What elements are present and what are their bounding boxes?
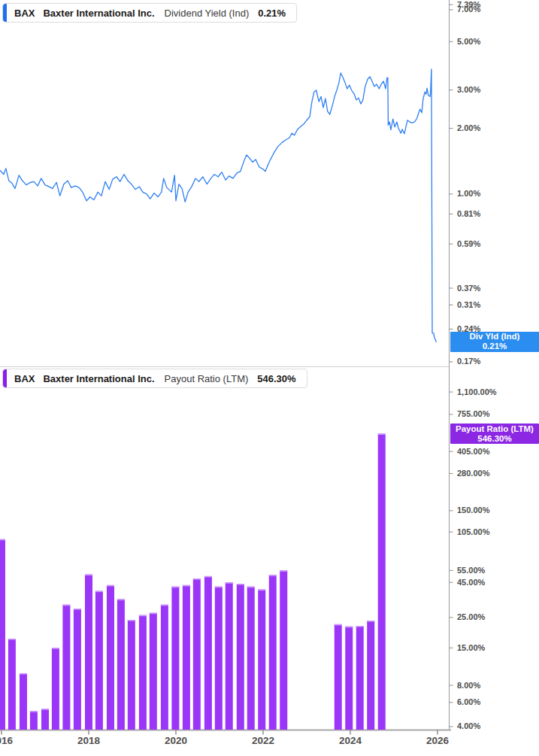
y-axis-tick-label: 280.00%: [457, 469, 489, 478]
y-axis-tick-label: 0.17%: [457, 357, 480, 366]
payout-ratio-bar[interactable]: [117, 599, 125, 730]
payout-ratio-bar-cap: [8, 639, 16, 640]
x-axis-year-label: 2026: [421, 735, 454, 746]
payout-ratio-bar[interactable]: [41, 709, 49, 730]
ticker-symbol: BAX: [14, 373, 35, 384]
y-axis-tick-label: 3.00%: [457, 85, 480, 94]
payout-ratio-bar[interactable]: [204, 576, 212, 730]
payout-ratio-bar-cap: [367, 621, 374, 622]
payout-ratio-bar-cap: [226, 582, 233, 584]
y-axis-tick-label: 15.00%: [457, 643, 485, 652]
x-axis-year-label: 2020: [159, 735, 192, 746]
payout-ratio-bar-cap: [161, 605, 168, 606]
payout-ratio-bar[interactable]: [193, 578, 201, 730]
y-axis-tick-label: 4.00%: [457, 721, 480, 730]
payout-ratio-bar-cap: [41, 709, 49, 710]
payout-ratio-bar[interactable]: [150, 613, 157, 730]
payout-ratio-bar[interactable]: [258, 590, 265, 730]
payout-ratio-bar[interactable]: [280, 570, 287, 730]
payout-ratio-bar-cap: [258, 590, 265, 591]
last-value-badge-payout-ratio: Payout Ratio (LTM) 546.30%: [450, 424, 539, 444]
payout-ratio-bar-cap: [356, 626, 364, 627]
payout-ratio-bar[interactable]: [367, 621, 374, 730]
y-axis-tick-label: 2.00%: [457, 123, 480, 132]
payout-ratio-bar[interactable]: [237, 584, 244, 730]
payout-ratio-bar[interactable]: [128, 620, 135, 730]
payout-ratio-bar-cap: [52, 648, 59, 649]
payout-ratio-bar-cap: [30, 711, 38, 712]
payout-ratio-bar-cap: [204, 576, 212, 578]
y-axis-tick-label: 8.00%: [457, 681, 480, 690]
payout-ratio-bar[interactable]: [247, 587, 255, 730]
payout-ratio-bar-cap: [269, 575, 277, 576]
y-axis-tick-label: 0.59%: [457, 239, 480, 248]
y-axis-tick-label: 45.00%: [457, 578, 485, 587]
x-axis-year-label: 2024: [334, 735, 367, 746]
payout-ratio-bar-cap: [183, 585, 190, 587]
payout-ratio-bar[interactable]: [8, 639, 16, 730]
payout-ratio-bar-cap: [20, 673, 27, 675]
badge-value: 546.30%: [477, 434, 511, 444]
payout-ratio-bar-cap: [117, 599, 125, 600]
payout-ratio-bar[interactable]: [161, 605, 168, 730]
badge-value: 0.21%: [483, 342, 507, 351]
payout-ratio-bar[interactable]: [378, 434, 386, 730]
y-axis-tick-label: 7.00%: [457, 5, 480, 14]
payout-ratio-bar[interactable]: [30, 711, 38, 730]
payout-ratio-bar[interactable]: [226, 582, 233, 730]
payout-ratio-bar[interactable]: [0, 539, 5, 730]
payout-ratio-bar[interactable]: [107, 585, 114, 730]
dividend-yield-line[interactable]: [0, 69, 436, 342]
payout-ratio-bar[interactable]: [183, 585, 190, 730]
y-axis-tick-label: 150.00%: [457, 506, 489, 515]
company-name: Baxter International Inc.: [43, 373, 154, 384]
payout-ratio-bar-cap: [237, 584, 244, 585]
y-axis-tick-label: 55.00%: [457, 566, 485, 575]
payout-ratio-bar[interactable]: [20, 673, 27, 730]
payout-ratio-bar-cap: [345, 627, 353, 628]
badge-label: Div Yld (Ind): [470, 332, 520, 342]
y-axis-tick-label: 0.37%: [457, 284, 480, 293]
payout-ratio-bar-cap: [171, 587, 179, 588]
metric-name: Dividend Yield (Ind): [165, 8, 250, 19]
y-axis-tick-label: 1.00%: [457, 189, 480, 198]
payout-ratio-bar[interactable]: [215, 587, 223, 730]
payout-ratio-bar[interactable]: [95, 591, 103, 730]
y-axis-tick-label: 105.00%: [457, 527, 489, 536]
payout-ratio-bar[interactable]: [74, 609, 81, 730]
badge-label: Payout Ratio (LTM): [456, 424, 534, 434]
payout-ratio-bar[interactable]: [62, 605, 70, 730]
blue-accent-bar: [3, 4, 7, 22]
payout-ratio-bar[interactable]: [356, 626, 364, 730]
y-axis-tick-label: 25.00%: [457, 612, 485, 621]
payout-ratio-bar-cap: [85, 575, 92, 576]
payout-ratio-bar-cap: [74, 609, 81, 610]
x-axis-year-label: 2022: [247, 735, 280, 746]
payout-ratio-bar[interactable]: [171, 587, 179, 730]
y-axis-tick-label: 405.00%: [457, 447, 489, 456]
series-header-payout-ratio[interactable]: BAX Baxter International Inc. Payout Rat…: [2, 369, 307, 388]
x-axis-year-label: 2016: [0, 735, 18, 746]
payout-ratio-bar-cap: [107, 585, 114, 587]
payout-ratio-bar-cap: [150, 613, 157, 615]
payout-ratio-bar[interactable]: [85, 575, 92, 730]
payout-ratio-bar[interactable]: [52, 648, 59, 730]
payout-ratio-bar[interactable]: [345, 627, 353, 730]
y-axis-tick-label: 6.00%: [457, 697, 480, 706]
metric-value: 0.21%: [258, 8, 286, 19]
metric-value: 546.30%: [257, 373, 295, 384]
metric-name: Payout Ratio (LTM): [165, 373, 249, 384]
purple-accent-bar: [3, 369, 7, 387]
payout-ratio-bar-cap: [62, 605, 70, 606]
payout-ratio-bar-cap: [0, 539, 5, 541]
x-axis-year-label: 2018: [72, 735, 105, 746]
payout-ratio-bar[interactable]: [139, 615, 147, 730]
series-header-dividend-yield[interactable]: BAX Baxter International Inc. Dividend Y…: [2, 3, 297, 23]
payout-ratio-bar-cap: [128, 620, 135, 621]
stock-metric-charts: BAX Baxter International Inc. Dividend Y…: [0, 0, 539, 756]
payout-ratio-bar-cap: [378, 434, 386, 436]
payout-ratio-bar-cap: [335, 624, 342, 626]
payout-ratio-bar-cap: [95, 591, 103, 593]
payout-ratio-bar[interactable]: [335, 624, 342, 730]
payout-ratio-bar[interactable]: [269, 575, 277, 730]
